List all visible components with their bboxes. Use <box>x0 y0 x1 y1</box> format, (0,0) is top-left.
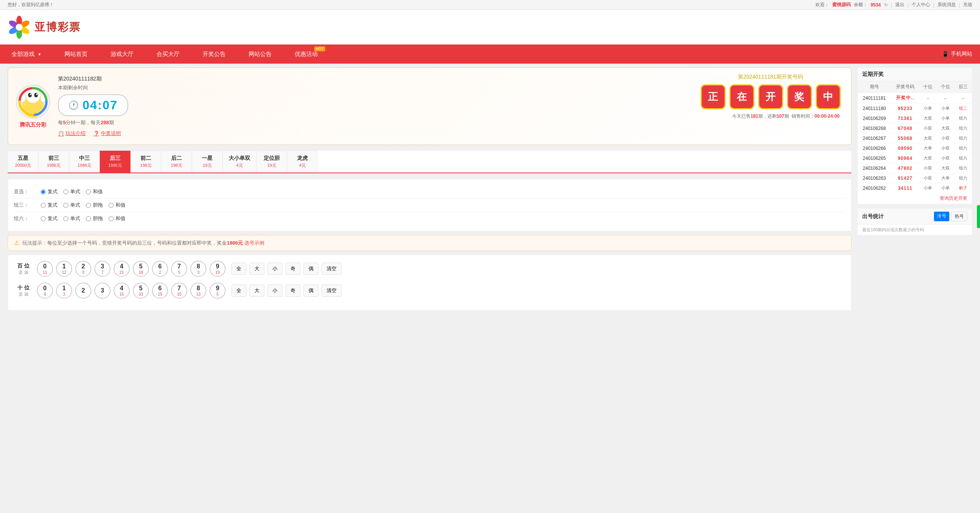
more-draws-link[interactable]: 查询历史开奖 <box>940 196 967 201</box>
play-area: 直选： 复式 单式 和值 <box>8 179 851 231</box>
nav-item-mobile[interactable]: 📱 手机网站 <box>934 44 980 64</box>
num-ball-t9[interactable]: 95 <box>210 283 226 299</box>
btn-big-ten[interactable]: 大 <box>249 284 264 297</box>
draw-row: 240106268 67048 小双 大双 组六 <box>858 123 972 133</box>
btn-even-hundred[interactable]: 偶 <box>304 263 318 275</box>
num-ball-t4[interactable]: 416 <box>114 283 130 299</box>
quick-btns-ten: 全 大 小 奇 偶 清空 <box>231 284 342 297</box>
direct-fuzhi-option[interactable]: 复式 <box>41 188 58 195</box>
tab-position-bold[interactable]: 定位胆 19元 <box>256 151 287 173</box>
num-ball-h9[interactable]: 919 <box>210 261 226 277</box>
rules-link[interactable]: 📋 玩法介绍 <box>58 130 86 137</box>
col-san: 后三 <box>954 81 972 93</box>
group3-fuzhi-option[interactable]: 复式 <box>41 202 58 209</box>
nav-item-home[interactable]: 网站首页 <box>53 44 99 64</box>
num-ball-t8[interactable]: 813 <box>190 283 206 299</box>
num-ball-h2[interactable]: 20 <box>75 261 91 277</box>
quick-btns-hundred: 全 大 小 奇 偶 清空 <box>231 263 342 275</box>
tab-front-three[interactable]: 前三 1986元 <box>38 151 69 173</box>
num-ball-t3[interactable]: 3 <box>94 283 111 299</box>
example-link[interactable]: 选号示例 <box>244 240 264 246</box>
group6-hezhi-option[interactable]: 和值 <box>109 215 125 222</box>
num-ball-t6[interactable]: 615 <box>152 283 168 299</box>
group6-dantuo-option[interactable]: 胆拖 <box>86 215 103 222</box>
direct-hezhi-option[interactable]: 和值 <box>86 188 103 195</box>
group3-hezhi-option[interactable]: 和值 <box>109 202 125 209</box>
btn-all-ten[interactable]: 全 <box>231 284 246 297</box>
num-ball-h3[interactable]: 37 <box>94 261 111 277</box>
tab-front-two[interactable]: 前二 198元 <box>130 151 161 173</box>
num-ball-t0[interactable]: 08 <box>37 283 53 299</box>
stats-tab-cold[interactable]: 冷号 <box>934 212 949 221</box>
nav-item-game-hall[interactable]: 游戏大厅 <box>99 44 145 64</box>
num-ball-h5[interactable]: 518 <box>133 261 149 277</box>
tab-five-star[interactable]: 五星 20000元 <box>8 151 38 173</box>
group3-danshi-option[interactable]: 单式 <box>63 202 80 209</box>
recharge-link[interactable]: 充值 <box>963 2 972 8</box>
recent-draws-card: 近期开奖 期号 开奖号码 十位 个位 后三 <box>857 67 972 204</box>
logo-text: 亚博彩票 <box>35 20 81 35</box>
stats-desc: 最近100期内出现次数最少的号码 <box>858 225 972 235</box>
messages-link[interactable]: 系统消息 <box>937 2 956 8</box>
direct-danshi-option[interactable]: 单式 <box>63 188 80 195</box>
num-ball-h6[interactable]: 62 <box>152 261 168 277</box>
nav-item-promotions[interactable]: 优惠活动 HOT <box>283 44 329 64</box>
col-nums: 开奖号码 <box>891 81 919 93</box>
balance: 9534 <box>871 2 881 8</box>
balance-label: 余额： <box>854 2 868 8</box>
tab-one-star[interactable]: 一星 19元 <box>192 151 223 173</box>
stats-tab-hot[interactable]: 热号 <box>951 212 967 221</box>
num-ball-h8[interactable]: 83 <box>190 261 206 277</box>
group3-dantuo-option[interactable]: 胆拖 <box>86 202 103 209</box>
btn-even-ten[interactable]: 偶 <box>304 284 318 297</box>
draw-row: 240111180 95233 小单 小单 组二 <box>858 104 972 113</box>
refresh-icon[interactable]: ↻ <box>884 2 888 8</box>
btn-clear-ten[interactable]: 清空 <box>322 284 342 297</box>
num-ball-h7[interactable]: 75 <box>171 261 187 277</box>
tab-big-small[interactable]: 大小单双 4元 <box>223 151 256 173</box>
profile-link[interactable]: 个人中心 <box>912 2 930 8</box>
btn-all-hundred[interactable]: 全 <box>231 263 246 275</box>
draw-row: 240106266 09590 大单 小双 组六 <box>858 143 972 153</box>
game-logo: 腾讯五分彩 <box>16 84 50 128</box>
num-ball-t1[interactable]: 13 <box>56 283 72 299</box>
edge-indicator <box>977 205 980 228</box>
tab-mid-three[interactable]: 中三 1986元 <box>69 151 100 173</box>
main-content: 腾讯五分彩 第20240111182期 本期剩余时间 🕐 04:07 每5分钟一… <box>0 64 980 314</box>
num-ball-h0[interactable]: 011 <box>37 261 53 277</box>
btn-odd-hundred[interactable]: 奇 <box>285 263 300 275</box>
btn-odd-ten[interactable]: 奇 <box>285 284 300 297</box>
group6-fuzhi-option[interactable]: 复式 <box>41 215 58 222</box>
nav-item-announcements[interactable]: 网站公告 <box>237 44 283 64</box>
btn-big-hundred[interactable]: 大 <box>249 263 264 275</box>
game-card: 腾讯五分彩 第20240111182期 本期剩余时间 🕐 04:07 每5分钟一… <box>8 67 851 145</box>
nav-item-draw-results[interactable]: 开奖公告 <box>191 44 237 64</box>
num-ball-t2[interactable]: 2 <box>75 283 91 299</box>
timer-value: 04:07 <box>82 98 118 112</box>
num-ball-t7[interactable]: 710 <box>171 283 187 299</box>
group6-danshi-option[interactable]: 单式 <box>63 215 80 222</box>
num-ball-h1[interactable]: 112 <box>56 261 72 277</box>
prize-rules-link[interactable]: ❓ 中奖说明 <box>93 130 121 137</box>
stats-tabs: 冷号 热号 <box>934 212 967 221</box>
number-selector: 百 位 遗 漏 011 112 20 37 421 518 62 75 83 9… <box>8 255 851 311</box>
btn-clear-hundred[interactable]: 清空 <box>322 263 342 275</box>
num-ball-h4[interactable]: 421 <box>114 261 130 277</box>
tab-back-three[interactable]: 后三 1986元 <box>100 151 130 173</box>
nav-item-all-games[interactable]: 全部游戏 ▼ <box>0 44 53 64</box>
num-ball-t5[interactable]: 533 <box>133 283 149 299</box>
position-row-ten: 十 位 遗 漏 08 13 2 3 416 533 615 710 813 95 <box>14 283 845 299</box>
tab-back-two[interactable]: 后二 198元 <box>161 151 192 173</box>
tab-dragon-tiger[interactable]: 龙虎 4元 <box>287 151 318 173</box>
game-tabs: 五星 20000元 前三 1986元 中三 1986元 后三 1986元 前二 <box>8 151 851 173</box>
nav-item-group-buy[interactable]: 合买大厅 <box>145 44 191 64</box>
btn-small-hundred[interactable]: 小 <box>267 263 282 275</box>
col-shi: 十位 <box>919 81 937 93</box>
direct-label: 直选： <box>14 188 33 195</box>
top-bar-right: 欢迎： 蜜桃源码 余额： 9534 ↻ | 退出 | 个人中心 | 系统消息 |… <box>815 2 972 8</box>
award-ball-1: 正 <box>701 84 726 109</box>
btn-small-ten[interactable]: 小 <box>267 284 282 297</box>
logout-link[interactable]: 退出 <box>895 2 904 8</box>
award-ball-2: 在 <box>729 84 754 109</box>
hot-badge: HOT <box>314 46 325 51</box>
